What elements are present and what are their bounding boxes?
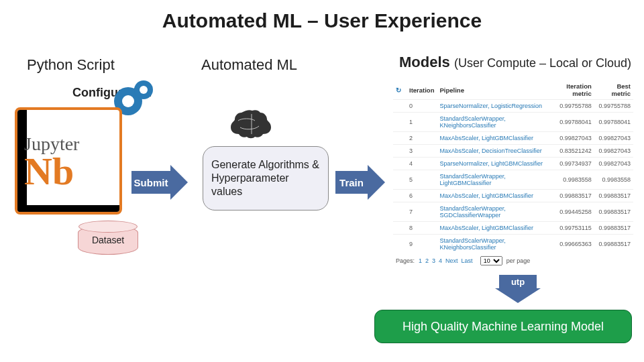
cell-best: 0.99883517 xyxy=(594,190,633,202)
cell-pipeline[interactable]: MaxAbsScaler, LightGBMClassifier xyxy=(437,190,547,202)
table-row: 0SparseNormalizer, LogisticRegression0.9… xyxy=(393,100,633,113)
table-row: 6MaxAbsScaler, LightGBMClassifier0.99883… xyxy=(393,190,633,202)
cell-best: 0.99827043 xyxy=(594,158,633,170)
cell-iteration: 9 xyxy=(407,235,437,254)
perpage-select[interactable]: 10 xyxy=(480,256,502,265)
cell-iteration: 8 xyxy=(407,222,437,235)
table-row: 4SparseNormalizer, LightGBMClassifier0.9… xyxy=(393,158,633,170)
cell-iteration: 6 xyxy=(407,190,437,202)
output-arrow-label: utp xyxy=(499,275,537,288)
brain-icon xyxy=(228,107,275,141)
pager: Pages: 1234NextLast 10 per page xyxy=(393,253,633,268)
cell-best: 0.99755788 xyxy=(594,100,633,113)
cell-pipeline[interactable]: SparseNormalizer, LightGBMClassifier xyxy=(437,158,547,170)
cell-imetric: 0.99788041 xyxy=(548,113,594,132)
table-row: 8MaxAbsScaler, LightGBMClassifier0.99753… xyxy=(393,222,633,235)
pager-link[interactable]: 4 xyxy=(439,257,442,264)
output-box: High Quality Machine Learning Model xyxy=(374,310,632,343)
jupyter-tile: Jupyter Nb xyxy=(15,107,122,215)
train-arrow: Train xyxy=(335,165,385,200)
cell-imetric: 0.83521242 xyxy=(548,145,594,158)
cell-best: 0.99883517 xyxy=(594,235,633,254)
cell-iteration: 4 xyxy=(407,158,437,170)
cell-pipeline[interactable]: StandardScalerWrapper, SGDClassifierWrap… xyxy=(437,202,547,222)
automl-generate-text: Generate Algorithms & Hyperparameter val… xyxy=(211,158,320,198)
column-label-automl: Automated ML xyxy=(201,56,297,74)
cell-iteration: 1 xyxy=(407,113,437,132)
table-row: 9StandardScalerWrapper, KNeighborsClassi… xyxy=(393,235,633,254)
cell-iteration: 5 xyxy=(407,170,437,190)
cell-pipeline[interactable]: StandardScalerWrapper, LightGBMClassifie… xyxy=(437,170,547,190)
cell-best: 0.99827043 xyxy=(594,145,633,158)
pager-link[interactable]: 2 xyxy=(425,257,429,264)
cell-pipeline[interactable]: StandardScalerWrapper, KNeighborsClassif… xyxy=(437,235,547,254)
cell-iteration: 2 xyxy=(407,132,437,145)
cell-pipeline[interactable]: MaxAbsScaler, LightGBMClassifier xyxy=(437,132,547,145)
cell-best: 0.99883517 xyxy=(594,202,633,222)
cell-best: 0.99883517 xyxy=(594,222,633,235)
cell-imetric: 0.99883517 xyxy=(548,190,594,202)
th-iteration: Iteration xyxy=(407,80,437,100)
cell-imetric: 0.99445258 xyxy=(548,202,594,222)
pager-label: Pages: xyxy=(396,257,415,264)
submit-arrow: Submit xyxy=(131,165,188,200)
cell-iteration: 3 xyxy=(407,145,437,158)
cell-best: 0.99788041 xyxy=(594,113,633,132)
cell-imetric: 0.99753115 xyxy=(548,222,594,235)
table-row: 1StandardScalerWrapper, KNeighborsClassi… xyxy=(393,113,633,132)
models-label: Models xyxy=(399,54,450,70)
table-row: 5StandardScalerWrapper, LightGBMClassifi… xyxy=(393,170,633,190)
pager-link[interactable]: Next xyxy=(445,257,458,264)
th-best-metric: Best metric xyxy=(594,80,633,100)
th-iteration-metric: Iteration metric xyxy=(548,80,594,100)
table-row: 3MaxAbsScaler, DecisionTreeClassifier0.8… xyxy=(393,145,633,158)
results-table: ↻ Iteration Pipeline Iteration metric Be… xyxy=(393,80,633,268)
th-pipeline: Pipeline xyxy=(437,80,547,100)
column-label-python: Python Script xyxy=(27,56,115,74)
cell-imetric: 0.99755788 xyxy=(548,100,594,113)
models-sublabel: (User Compute – Local or Cloud) xyxy=(454,56,631,70)
cell-pipeline[interactable]: SparseNormalizer, LogisticRegression xyxy=(437,100,547,113)
dataset-cylinder: Dataset xyxy=(78,225,138,255)
perpage-suffix: per page xyxy=(506,257,531,264)
pager-link[interactable]: 1 xyxy=(419,257,422,264)
pager-link[interactable]: Last xyxy=(462,257,473,264)
cell-iteration: 0 xyxy=(407,100,437,113)
refresh-icon[interactable]: ↻ xyxy=(396,86,401,94)
jupyter-nb-text: Nb xyxy=(24,155,74,188)
cell-best: 0.99827043 xyxy=(594,132,633,145)
cell-pipeline[interactable]: MaxAbsScaler, LightGBMClassifier xyxy=(437,222,547,235)
submit-arrow-label: Submit xyxy=(131,171,170,194)
column-label-models: Models (User Compute – Local or Cloud) xyxy=(399,54,631,71)
pager-link[interactable]: 3 xyxy=(432,257,435,264)
dataset-label: Dataset xyxy=(92,235,124,245)
table-row: 7StandardScalerWrapper, SGDClassifierWra… xyxy=(393,202,633,222)
cell-pipeline[interactable]: MaxAbsScaler, DecisionTreeClassifier xyxy=(437,145,547,158)
cell-best: 0.9983558 xyxy=(594,170,633,190)
cell-imetric: 0.99827043 xyxy=(548,132,594,145)
cell-imetric: 0.9983558 xyxy=(548,170,594,190)
cell-imetric: 0.99734937 xyxy=(548,158,594,170)
train-arrow-label: Train xyxy=(335,171,368,194)
output-arrow: utp xyxy=(495,275,541,303)
cell-pipeline[interactable]: StandardScalerWrapper, KNeighborsClassif… xyxy=(437,113,547,132)
automl-generate-box: Generate Algorithms & Hyperparameter val… xyxy=(203,146,329,210)
cell-imetric: 0.99665363 xyxy=(548,235,594,254)
page-title: Automated ML – User Experience xyxy=(0,9,644,32)
table-row: 2MaxAbsScaler, LightGBMClassifier0.99827… xyxy=(393,132,633,145)
output-text: High Quality Machine Learning Model xyxy=(402,320,604,334)
cell-iteration: 7 xyxy=(407,202,437,222)
